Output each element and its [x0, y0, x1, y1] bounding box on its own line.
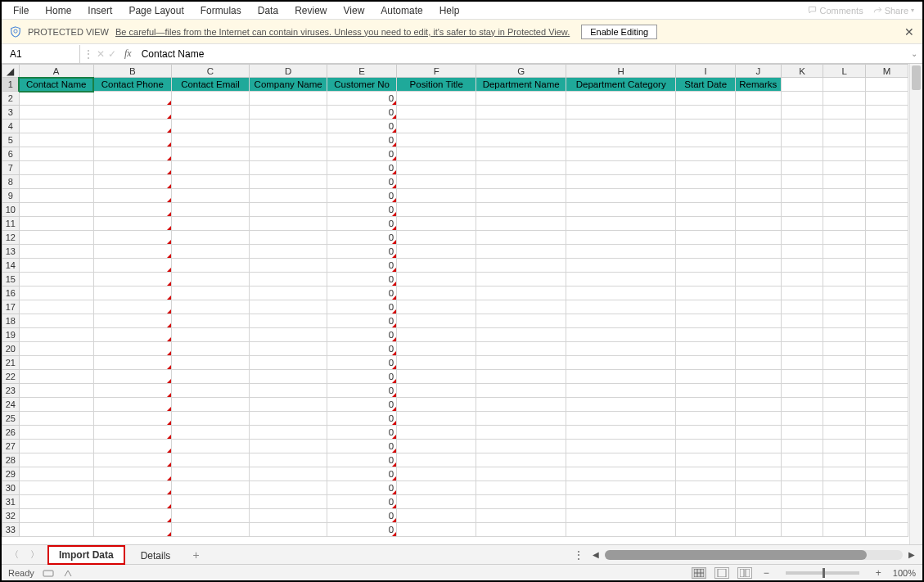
row-header[interactable]: 30 — [2, 481, 20, 495]
menu-view[interactable]: View — [336, 3, 373, 18]
cell[interactable] — [735, 120, 781, 133]
cell[interactable] — [171, 92, 249, 106]
display-settings-icon[interactable] — [62, 568, 74, 578]
cell[interactable] — [93, 453, 171, 467]
cell[interactable] — [566, 120, 675, 133]
cell[interactable] — [476, 495, 566, 509]
cell[interactable] — [866, 147, 908, 161]
cell[interactable]: Customer No — [327, 78, 397, 92]
cell[interactable] — [781, 133, 823, 147]
col-header[interactable]: J — [735, 65, 781, 78]
cell[interactable]: 0 — [327, 384, 397, 398]
cell[interactable] — [93, 412, 171, 426]
cell[interactable] — [566, 203, 675, 217]
cell[interactable] — [250, 440, 327, 453]
cell[interactable] — [250, 273, 327, 286]
cell[interactable] — [397, 259, 476, 273]
cell[interactable] — [250, 175, 327, 189]
cell[interactable] — [93, 440, 171, 453]
cell[interactable] — [93, 106, 171, 120]
cell[interactable]: Contact Phone — [93, 78, 171, 92]
cell[interactable]: 0 — [327, 245, 397, 259]
cell[interactable] — [250, 106, 327, 120]
cell[interactable] — [476, 509, 566, 523]
cell[interactable]: 0 — [327, 175, 397, 189]
cell[interactable] — [781, 231, 823, 245]
cell[interactable] — [171, 384, 249, 398]
cell[interactable]: 0 — [327, 189, 397, 203]
cell[interactable] — [19, 189, 93, 203]
cell[interactable] — [676, 259, 735, 273]
cell[interactable] — [566, 175, 675, 189]
cell[interactable] — [476, 189, 566, 203]
cell[interactable] — [397, 356, 476, 370]
cell[interactable] — [676, 370, 735, 384]
cell[interactable] — [735, 370, 781, 384]
cell[interactable] — [250, 133, 327, 147]
cell[interactable] — [397, 523, 476, 537]
cell[interactable] — [19, 286, 93, 300]
col-header[interactable]: E — [327, 65, 397, 78]
cell[interactable] — [250, 342, 327, 356]
cell[interactable] — [171, 147, 249, 161]
cell[interactable] — [781, 147, 823, 161]
share-button[interactable]: Share ▾ — [868, 4, 919, 17]
cell[interactable] — [781, 273, 823, 286]
cell[interactable] — [19, 384, 93, 398]
cell[interactable] — [566, 509, 675, 523]
cell[interactable] — [676, 342, 735, 356]
cell[interactable] — [250, 328, 327, 342]
cell[interactable] — [781, 384, 823, 398]
cell[interactable]: 0 — [327, 231, 397, 245]
cell[interactable] — [397, 120, 476, 133]
cell[interactable] — [823, 147, 866, 161]
cell[interactable] — [93, 259, 171, 273]
cell[interactable] — [566, 384, 675, 398]
cell[interactable] — [250, 509, 327, 523]
cell[interactable] — [171, 328, 249, 342]
row-header[interactable]: 10 — [2, 203, 20, 217]
add-sheet-button[interactable]: + — [186, 548, 205, 562]
cell[interactable] — [19, 426, 93, 440]
cell[interactable]: Contact Name — [19, 78, 93, 92]
cell[interactable]: 0 — [327, 481, 397, 495]
cell[interactable] — [866, 189, 908, 203]
cell[interactable] — [781, 356, 823, 370]
cell[interactable] — [93, 328, 171, 342]
cell[interactable] — [735, 412, 781, 426]
cell[interactable] — [250, 356, 327, 370]
cell[interactable] — [476, 453, 566, 467]
cell[interactable] — [171, 314, 249, 328]
cell[interactable] — [397, 300, 476, 314]
cell[interactable] — [823, 217, 866, 231]
row-header[interactable]: 20 — [2, 342, 20, 356]
cell[interactable] — [866, 259, 908, 273]
cell[interactable]: 0 — [327, 398, 397, 412]
cell[interactable] — [781, 92, 823, 106]
cell[interactable] — [781, 245, 823, 259]
cell[interactable] — [823, 106, 866, 120]
cell[interactable] — [250, 398, 327, 412]
cell[interactable] — [823, 467, 866, 481]
cell[interactable] — [781, 440, 823, 453]
cell[interactable] — [781, 189, 823, 203]
formula-input[interactable] — [137, 48, 906, 60]
cell[interactable]: 0 — [327, 133, 397, 147]
cell[interactable] — [823, 133, 866, 147]
cell[interactable] — [397, 106, 476, 120]
cell[interactable] — [866, 273, 908, 286]
cell[interactable] — [93, 175, 171, 189]
cell[interactable] — [866, 523, 908, 537]
cell[interactable]: 0 — [327, 286, 397, 300]
row-header[interactable]: 19 — [2, 328, 20, 342]
accessibility-icon[interactable] — [43, 568, 54, 578]
cell[interactable] — [866, 133, 908, 147]
cell[interactable] — [735, 342, 781, 356]
col-header[interactable]: F — [397, 65, 476, 78]
menu-home[interactable]: Home — [37, 3, 79, 18]
menu-formulas[interactable]: Formulas — [192, 3, 250, 18]
cell[interactable] — [566, 412, 675, 426]
cell[interactable] — [19, 453, 93, 467]
cell[interactable] — [250, 161, 327, 175]
cell[interactable]: Company Name — [250, 78, 327, 92]
